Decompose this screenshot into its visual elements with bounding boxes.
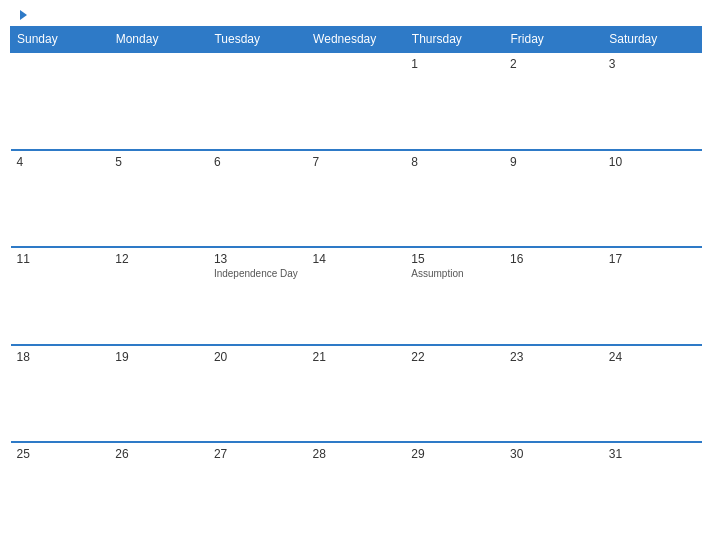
weekday-header-tuesday: Tuesday [208,27,307,53]
day-cell: 2 [504,52,603,150]
page: SundayMondayTuesdayWednesdayThursdayFrid… [0,0,712,550]
day-cell: 9 [504,150,603,248]
day-cell: 3 [603,52,702,150]
day-number: 14 [313,252,400,266]
day-cell [109,52,208,150]
day-cell: 19 [109,345,208,443]
day-number: 17 [609,252,696,266]
calendar: SundayMondayTuesdayWednesdayThursdayFrid… [0,26,712,550]
day-number: 26 [115,447,202,461]
day-cell: 23 [504,345,603,443]
week-row-1: 45678910 [11,150,702,248]
day-cell: 16 [504,247,603,345]
day-cell: 17 [603,247,702,345]
day-number: 20 [214,350,301,364]
day-cell: 13Independence Day [208,247,307,345]
day-cell: 15Assumption [405,247,504,345]
day-number: 13 [214,252,301,266]
week-row-3: 18192021222324 [11,345,702,443]
header [0,0,712,26]
day-cell: 28 [307,442,406,540]
day-cell: 12 [109,247,208,345]
day-number: 29 [411,447,498,461]
day-cell: 31 [603,442,702,540]
logo-triangle-icon [20,10,27,20]
day-number: 10 [609,155,696,169]
day-number: 23 [510,350,597,364]
weekday-header-wednesday: Wednesday [307,27,406,53]
day-number: 25 [17,447,104,461]
day-number: 4 [17,155,104,169]
day-cell: 26 [109,442,208,540]
day-cell: 21 [307,345,406,443]
day-cell: 14 [307,247,406,345]
week-row-2: 111213Independence Day1415Assumption1617 [11,247,702,345]
weekday-header-saturday: Saturday [603,27,702,53]
day-cell [11,52,110,150]
day-cell: 24 [603,345,702,443]
day-cell [208,52,307,150]
day-cell: 5 [109,150,208,248]
day-number: 22 [411,350,498,364]
weekday-header-friday: Friday [504,27,603,53]
day-event: Assumption [411,268,498,279]
day-number: 9 [510,155,597,169]
day-number: 1 [411,57,498,71]
day-number: 31 [609,447,696,461]
week-row-0: 123 [11,52,702,150]
day-cell: 30 [504,442,603,540]
day-cell: 7 [307,150,406,248]
day-cell [307,52,406,150]
day-number: 27 [214,447,301,461]
day-number: 15 [411,252,498,266]
day-number: 19 [115,350,202,364]
day-number: 30 [510,447,597,461]
logo [18,10,27,20]
day-event: Independence Day [214,268,301,279]
day-cell: 11 [11,247,110,345]
day-cell: 1 [405,52,504,150]
day-number: 2 [510,57,597,71]
day-number: 16 [510,252,597,266]
day-cell: 29 [405,442,504,540]
day-number: 11 [17,252,104,266]
day-cell: 6 [208,150,307,248]
day-number: 28 [313,447,400,461]
day-number: 18 [17,350,104,364]
weekday-header-monday: Monday [109,27,208,53]
day-cell: 27 [208,442,307,540]
day-number: 21 [313,350,400,364]
day-number: 12 [115,252,202,266]
day-cell: 8 [405,150,504,248]
calendar-table: SundayMondayTuesdayWednesdayThursdayFrid… [10,26,702,540]
day-cell: 18 [11,345,110,443]
day-number: 5 [115,155,202,169]
weekday-header-thursday: Thursday [405,27,504,53]
day-number: 6 [214,155,301,169]
weekday-header-row: SundayMondayTuesdayWednesdayThursdayFrid… [11,27,702,53]
day-number: 24 [609,350,696,364]
day-number: 3 [609,57,696,71]
day-number: 8 [411,155,498,169]
day-cell: 4 [11,150,110,248]
day-cell: 10 [603,150,702,248]
day-cell: 22 [405,345,504,443]
day-cell: 20 [208,345,307,443]
day-number: 7 [313,155,400,169]
logo-blue-text [18,10,27,20]
week-row-4: 25262728293031 [11,442,702,540]
weekday-header-sunday: Sunday [11,27,110,53]
day-cell: 25 [11,442,110,540]
